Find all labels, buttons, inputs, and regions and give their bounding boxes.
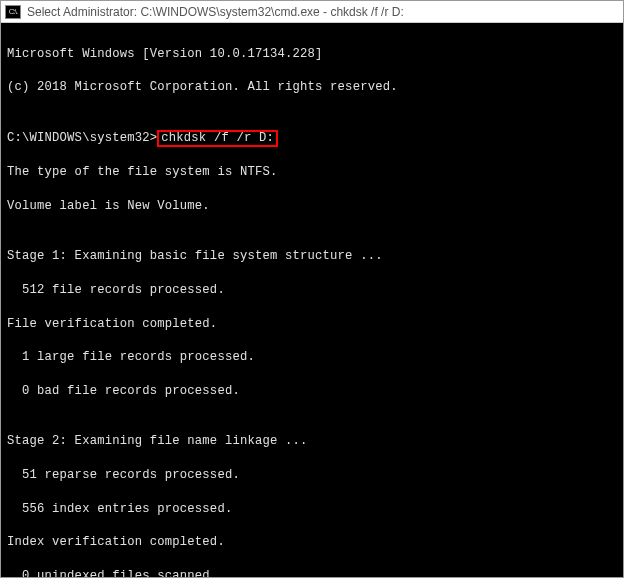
cmd-icon: C:\. bbox=[5, 5, 21, 19]
command-highlight: chkdsk /f /r D: bbox=[157, 130, 278, 147]
output-line: Stage 2: Examining file name linkage ... bbox=[7, 433, 617, 450]
output-line: Microsoft Windows [Version 10.0.17134.22… bbox=[7, 46, 617, 63]
output-line: 0 unindexed files scanned. bbox=[7, 568, 617, 577]
prompt-path: C:\WINDOWS\system32> bbox=[7, 131, 157, 145]
window-title: Select Administrator: C:\WINDOWS\system3… bbox=[27, 5, 404, 19]
output-line: The type of the file system is NTFS. bbox=[7, 164, 617, 181]
output-line: File verification completed. bbox=[7, 316, 617, 333]
output-line: 1 large file records processed. bbox=[7, 349, 617, 366]
window-titlebar[interactable]: C:\. Select Administrator: C:\WINDOWS\sy… bbox=[1, 1, 623, 23]
output-line: 0 bad file records processed. bbox=[7, 383, 617, 400]
terminal-output[interactable]: Microsoft Windows [Version 10.0.17134.22… bbox=[1, 23, 623, 577]
output-line: 512 file records processed. bbox=[7, 282, 617, 299]
output-line: (c) 2018 Microsoft Corporation. All righ… bbox=[7, 79, 617, 96]
prompt-line: C:\WINDOWS\system32>chkdsk /f /r D: bbox=[7, 130, 617, 147]
output-line: 556 index entries processed. bbox=[7, 501, 617, 518]
output-line: Index verification completed. bbox=[7, 534, 617, 551]
output-line: Stage 1: Examining basic file system str… bbox=[7, 248, 617, 265]
output-line: 51 reparse records processed. bbox=[7, 467, 617, 484]
output-line: Volume label is New Volume. bbox=[7, 198, 617, 215]
